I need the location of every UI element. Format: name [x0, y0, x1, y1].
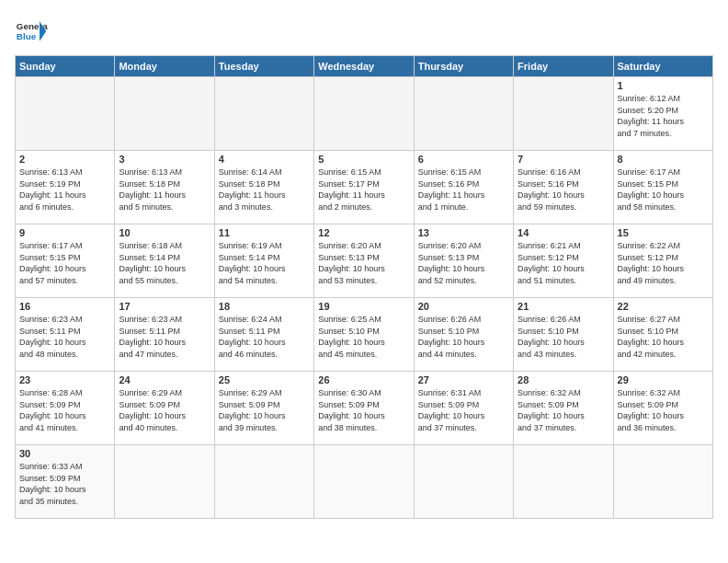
day-info: Sunrise: 6:32 AM Sunset: 5:09 PM Dayligh…	[618, 387, 709, 433]
calendar-cell	[314, 445, 414, 519]
day-info: Sunrise: 6:13 AM Sunset: 5:18 PM Dayligh…	[119, 167, 210, 213]
calendar-cell: 24Sunrise: 6:29 AM Sunset: 5:09 PM Dayli…	[115, 372, 214, 445]
day-info: Sunrise: 6:17 AM Sunset: 5:15 PM Dayligh…	[19, 240, 110, 286]
day-number: 28	[518, 374, 609, 385]
calendar-cell: 26Sunrise: 6:30 AM Sunset: 5:09 PM Dayli…	[314, 372, 414, 445]
calendar-cell	[115, 445, 214, 519]
calendar-cell: 28Sunrise: 6:32 AM Sunset: 5:09 PM Dayli…	[514, 372, 613, 445]
calendar-cell	[115, 77, 214, 151]
day-number: 4	[219, 154, 310, 165]
calendar-cell: 4Sunrise: 6:14 AM Sunset: 5:18 PM Daylig…	[214, 151, 313, 224]
calendar-week-0: 1Sunrise: 6:12 AM Sunset: 5:20 PM Daylig…	[16, 77, 713, 151]
calendar-cell: 3Sunrise: 6:13 AM Sunset: 5:18 PM Daylig…	[115, 151, 214, 224]
day-number: 30	[19, 448, 110, 459]
calendar-cell: 8Sunrise: 6:17 AM Sunset: 5:15 PM Daylig…	[613, 151, 712, 224]
day-info: Sunrise: 6:29 AM Sunset: 5:09 PM Dayligh…	[219, 387, 310, 433]
calendar-cell: 19Sunrise: 6:25 AM Sunset: 5:10 PM Dayli…	[314, 298, 414, 372]
calendar-cell: 9Sunrise: 6:17 AM Sunset: 5:15 PM Daylig…	[16, 224, 115, 298]
calendar-week-1: 2Sunrise: 6:13 AM Sunset: 5:19 PM Daylig…	[16, 151, 713, 224]
day-number: 20	[418, 301, 509, 312]
day-number: 15	[618, 227, 709, 238]
calendar-cell	[214, 77, 313, 151]
day-number: 18	[219, 301, 310, 312]
calendar-cell: 7Sunrise: 6:16 AM Sunset: 5:16 PM Daylig…	[514, 151, 613, 224]
calendar-cell	[214, 445, 313, 519]
day-number: 14	[518, 227, 609, 238]
calendar-cell: 12Sunrise: 6:20 AM Sunset: 5:13 PM Dayli…	[314, 224, 414, 298]
calendar-cell: 25Sunrise: 6:29 AM Sunset: 5:09 PM Dayli…	[214, 372, 313, 445]
calendar-cell	[414, 445, 513, 519]
header-cell-monday: Monday	[115, 56, 214, 77]
day-number: 6	[418, 154, 509, 165]
calendar-cell: 18Sunrise: 6:24 AM Sunset: 5:11 PM Dayli…	[214, 298, 313, 372]
day-info: Sunrise: 6:30 AM Sunset: 5:09 PM Dayligh…	[318, 387, 409, 433]
day-info: Sunrise: 6:24 AM Sunset: 5:11 PM Dayligh…	[219, 314, 310, 360]
day-number: 26	[318, 374, 409, 385]
calendar-cell	[414, 77, 513, 151]
calendar-cell: 16Sunrise: 6:23 AM Sunset: 5:11 PM Dayli…	[16, 298, 115, 372]
header-cell-tuesday: Tuesday	[214, 56, 313, 77]
day-number: 8	[618, 154, 709, 165]
day-number: 16	[19, 301, 110, 312]
day-info: Sunrise: 6:15 AM Sunset: 5:17 PM Dayligh…	[318, 167, 409, 213]
day-number: 23	[19, 374, 110, 385]
day-info: Sunrise: 6:20 AM Sunset: 5:13 PM Dayligh…	[418, 240, 509, 286]
calendar-cell: 20Sunrise: 6:26 AM Sunset: 5:10 PM Dayli…	[414, 298, 513, 372]
header-cell-sunday: Sunday	[16, 56, 115, 77]
day-number: 12	[318, 227, 409, 238]
day-info: Sunrise: 6:19 AM Sunset: 5:14 PM Dayligh…	[219, 240, 310, 286]
calendar-cell	[16, 77, 115, 151]
day-number: 25	[219, 374, 310, 385]
day-info: Sunrise: 6:20 AM Sunset: 5:13 PM Dayligh…	[318, 240, 409, 286]
calendar-cell	[314, 77, 414, 151]
header-cell-wednesday: Wednesday	[314, 56, 414, 77]
day-info: Sunrise: 6:26 AM Sunset: 5:10 PM Dayligh…	[418, 314, 509, 360]
day-info: Sunrise: 6:25 AM Sunset: 5:10 PM Dayligh…	[318, 314, 409, 360]
day-number: 27	[418, 374, 509, 385]
day-number: 22	[618, 301, 709, 312]
day-info: Sunrise: 6:29 AM Sunset: 5:09 PM Dayligh…	[119, 387, 210, 433]
day-info: Sunrise: 6:27 AM Sunset: 5:10 PM Dayligh…	[618, 314, 709, 360]
header-cell-thursday: Thursday	[414, 56, 513, 77]
calendar-cell: 27Sunrise: 6:31 AM Sunset: 5:09 PM Dayli…	[414, 372, 513, 445]
day-number: 2	[19, 154, 110, 165]
calendar-cell: 14Sunrise: 6:21 AM Sunset: 5:12 PM Dayli…	[514, 224, 613, 298]
day-info: Sunrise: 6:26 AM Sunset: 5:10 PM Dayligh…	[518, 314, 609, 360]
calendar-cell: 13Sunrise: 6:20 AM Sunset: 5:13 PM Dayli…	[414, 224, 513, 298]
day-info: Sunrise: 6:22 AM Sunset: 5:12 PM Dayligh…	[618, 240, 709, 286]
day-number: 19	[318, 301, 409, 312]
day-number: 21	[518, 301, 609, 312]
calendar-table: SundayMondayTuesdayWednesdayThursdayFrid…	[15, 55, 713, 519]
day-number: 10	[119, 227, 210, 238]
header-cell-friday: Friday	[514, 56, 613, 77]
day-info: Sunrise: 6:32 AM Sunset: 5:09 PM Dayligh…	[518, 387, 609, 433]
calendar-cell: 1Sunrise: 6:12 AM Sunset: 5:20 PM Daylig…	[613, 77, 712, 151]
day-info: Sunrise: 6:28 AM Sunset: 5:09 PM Dayligh…	[19, 387, 110, 433]
calendar-body: 1Sunrise: 6:12 AM Sunset: 5:20 PM Daylig…	[16, 77, 713, 519]
calendar-week-2: 9Sunrise: 6:17 AM Sunset: 5:15 PM Daylig…	[16, 224, 713, 298]
day-number: 5	[318, 154, 409, 165]
day-info: Sunrise: 6:21 AM Sunset: 5:12 PM Dayligh…	[518, 240, 609, 286]
day-number: 1	[618, 80, 709, 91]
day-number: 9	[19, 227, 110, 238]
day-number: 24	[119, 374, 210, 385]
svg-text:Blue: Blue	[17, 31, 37, 41]
day-number: 17	[119, 301, 210, 312]
logo-icon: General Blue	[15, 15, 48, 48]
calendar-cell	[514, 445, 613, 519]
day-number: 7	[518, 154, 609, 165]
header-cell-saturday: Saturday	[613, 56, 712, 77]
day-info: Sunrise: 6:17 AM Sunset: 5:15 PM Dayligh…	[618, 167, 709, 213]
calendar-cell: 30Sunrise: 6:33 AM Sunset: 5:09 PM Dayli…	[16, 445, 115, 519]
day-number: 11	[219, 227, 310, 238]
calendar-cell	[514, 77, 613, 151]
calendar-week-5: 30Sunrise: 6:33 AM Sunset: 5:09 PM Dayli…	[16, 445, 713, 519]
calendar-cell: 23Sunrise: 6:28 AM Sunset: 5:09 PM Dayli…	[16, 372, 115, 445]
calendar-header-row: SundayMondayTuesdayWednesdayThursdayFrid…	[16, 56, 713, 77]
calendar-cell: 15Sunrise: 6:22 AM Sunset: 5:12 PM Dayli…	[613, 224, 712, 298]
day-number: 29	[618, 374, 709, 385]
day-info: Sunrise: 6:12 AM Sunset: 5:20 PM Dayligh…	[618, 93, 709, 139]
calendar-cell: 17Sunrise: 6:23 AM Sunset: 5:11 PM Dayli…	[115, 298, 214, 372]
page-header: General Blue	[15, 15, 713, 48]
calendar-cell: 6Sunrise: 6:15 AM Sunset: 5:16 PM Daylig…	[414, 151, 513, 224]
